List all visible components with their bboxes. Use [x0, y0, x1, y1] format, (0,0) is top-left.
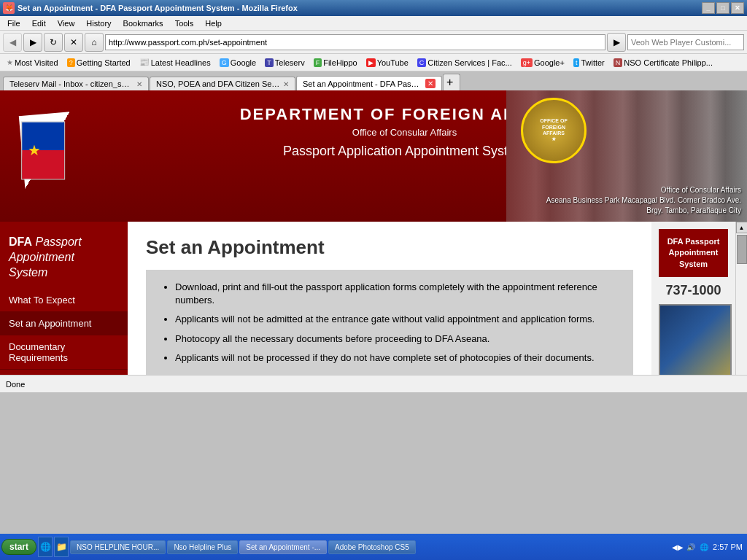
passport-image: PILIPINAS PASAPORTE	[659, 304, 732, 375]
scroll-up-button[interactable]: ▲	[736, 222, 748, 233]
bookmark-teleserv[interactable]: T Teleserv	[261, 57, 308, 69]
google-icon: G	[220, 58, 229, 67]
system-tray: ◀▶ 🔊 🌐	[672, 541, 710, 553]
application-procedures-link[interactable]: application procedures	[360, 373, 456, 375]
sidebar-item-passport-fees[interactable]: Passport Fees	[0, 370, 128, 375]
bookmark-citizen[interactable]: C Citizen Services | Fac...	[414, 57, 516, 69]
main-layout: DFA PassportAppointmentSystem What To Ex…	[0, 222, 747, 375]
address-bar[interactable]	[105, 34, 605, 50]
info-item-1: Download, print and fill-out the passpor…	[175, 281, 619, 307]
status-text: Done	[6, 380, 25, 389]
forward-button[interactable]: ▶	[23, 33, 42, 52]
back-button[interactable]: ◀	[3, 33, 22, 52]
getting-started-icon: ?	[67, 58, 75, 67]
dfa-box: DFA Passport Appointment System	[659, 229, 728, 277]
bookmarks-bar: ★ Most Visited ? Getting Started 📰 Lates…	[0, 54, 747, 71]
search-bar[interactable]	[627, 34, 744, 50]
tab-close-icon[interactable]: ✕	[425, 79, 436, 88]
bookmark-label: Most Visited	[15, 58, 58, 67]
most-visited-icon: ★	[7, 58, 13, 66]
taskbar-item-photoshop[interactable]: Adobe Photoshop CS5	[328, 540, 416, 554]
tab-dfa-active[interactable]: Set an Appointment - DFA Passp... ✕	[296, 76, 442, 90]
bookmark-label: Citizen Services | Fac...	[427, 58, 511, 67]
tab-label: Set an Appointment - DFA Passp...	[303, 79, 422, 88]
maximize-button[interactable]: □	[716, 2, 729, 14]
tab-nso[interactable]: NSO, POEA and DFA Citizen Services b... …	[150, 77, 295, 90]
menu-file[interactable]: File	[3, 18, 25, 29]
info-box: Download, print and fill-out the passpor…	[146, 270, 633, 375]
menu-bookmarks[interactable]: Bookmarks	[119, 18, 168, 29]
bookmark-filehippo[interactable]: F FileHippo	[310, 57, 361, 69]
info-list: Download, print and fill-out the passpor…	[160, 281, 619, 365]
content-area: Set an Appointment Download, print and f…	[128, 222, 651, 375]
tray-icon-1: ◀▶	[672, 541, 684, 553]
info-item-3: Photocopy all the necessary documents be…	[175, 332, 619, 346]
bookmark-label: Google	[231, 58, 256, 67]
tab-close-icon[interactable]: ✕	[283, 80, 289, 88]
bookmark-googleplus[interactable]: g+ Google+	[517, 57, 568, 69]
status-bar: Done	[0, 375, 747, 392]
start-button[interactable]: start	[1, 539, 36, 555]
citizen-icon: C	[417, 58, 427, 67]
quick-launch-ie[interactable]: 🌐	[38, 537, 53, 557]
taskbar-item-dfa[interactable]: Set an Appointment -...	[239, 540, 327, 554]
page-title: Set an Appointment	[146, 236, 633, 259]
nso-icon: N	[614, 58, 623, 67]
tray-icon-2: 🔊	[685, 541, 697, 553]
window-controls[interactable]: _ □ ✕	[702, 2, 744, 14]
menu-edit[interactable]: Edit	[28, 18, 50, 29]
bookmark-twitter[interactable]: t Twitter	[570, 57, 608, 69]
tray-icon-3: 🌐	[698, 541, 710, 553]
bookmark-youtube[interactable]: ▶ YouTube	[363, 57, 412, 69]
dfa-header: ★ Department of Foreign Affairs Office o…	[0, 90, 747, 222]
twitter-icon: t	[573, 58, 580, 67]
reload-button[interactable]: ↻	[44, 33, 63, 52]
tab-label: Teleserv Mail - Inbox - citizen_services…	[9, 79, 133, 88]
bookmark-latest-headlines[interactable]: 📰 Latest Headlines	[136, 56, 214, 69]
menu-help[interactable]: Help	[201, 18, 226, 29]
home-button[interactable]: ⌂	[85, 33, 104, 52]
bookmark-label: NSO Certificate Philipp...	[624, 58, 713, 67]
quick-launch-folder[interactable]: 📁	[54, 537, 69, 557]
building-address: Office of Consular Affairs Aseana Busine…	[546, 185, 741, 216]
navigation-bar: ◀ ▶ ↻ ✕ ⌂ ▶	[0, 31, 747, 54]
bookmark-label: Getting Started	[77, 58, 131, 67]
menu-view[interactable]: View	[53, 18, 80, 29]
tab-close-icon[interactable]: ✕	[136, 80, 142, 88]
title-bar: 🦊 Set an Appointment - DFA Passport Appo…	[0, 0, 747, 16]
stop-button[interactable]: ✕	[64, 33, 83, 52]
googleplus-icon: g+	[521, 58, 533, 67]
browser-icon: 🦊	[3, 2, 15, 14]
sidebar-item-what-to-expect[interactable]: What To Expect	[0, 289, 128, 312]
info-item-2: Applicants will not be admitted at the e…	[175, 313, 619, 326]
right-panel: DFA Passport Appointment System 737-1000…	[651, 222, 735, 375]
phone-number: 737-1000	[659, 283, 728, 298]
clock: 2:57 PM	[713, 542, 743, 551]
bookmark-google[interactable]: G Google	[216, 57, 260, 69]
procedure-text: Please make sure that you are familiar w…	[160, 373, 619, 375]
bookmark-most-visited[interactable]: ★ Most Visited	[3, 57, 62, 69]
teleserv-icon: T	[265, 58, 274, 67]
bookmark-nso[interactable]: N NSO Certificate Philipp...	[610, 57, 716, 69]
bookmark-label: YouTube	[377, 58, 409, 67]
close-button[interactable]: ✕	[731, 2, 744, 14]
minimize-button[interactable]: _	[702, 2, 715, 14]
new-tab-button[interactable]: +	[443, 74, 460, 90]
tab-label: NSO, POEA and DFA Citizen Services b...	[156, 79, 280, 88]
passport-label: PILIPINAS	[676, 373, 715, 375]
sidebar: DFA PassportAppointmentSystem What To Ex…	[0, 222, 128, 375]
taskbar-item-nso-helpline[interactable]: NSO HELPLINE HOUR...	[70, 540, 166, 554]
scrollbar[interactable]: ▲ ▼	[735, 222, 747, 375]
menu-tools[interactable]: Tools	[171, 18, 198, 29]
taskbar: start 🌐 📁 NSO HELPLINE HOUR... Nso Helpl…	[0, 534, 747, 560]
menu-history[interactable]: History	[82, 18, 115, 29]
taskbar-item-nso-helpline-plus[interactable]: Nso Helpline Plus	[167, 540, 238, 554]
scroll-thumb[interactable]	[737, 235, 747, 264]
sidebar-item-set-appointment[interactable]: Set an Appointment	[0, 312, 128, 335]
window-title: Set an Appointment - DFA Passport Appoin…	[18, 4, 298, 12]
tab-teleserv[interactable]: Teleserv Mail - Inbox - citizen_services…	[3, 77, 149, 90]
menu-bar: File Edit View History Bookmarks Tools H…	[0, 16, 747, 31]
go-button[interactable]: ▶	[607, 33, 626, 52]
sidebar-item-documentary[interactable]: Documentary Requirements	[0, 335, 128, 370]
bookmark-getting-started[interactable]: ? Getting Started	[63, 57, 134, 69]
